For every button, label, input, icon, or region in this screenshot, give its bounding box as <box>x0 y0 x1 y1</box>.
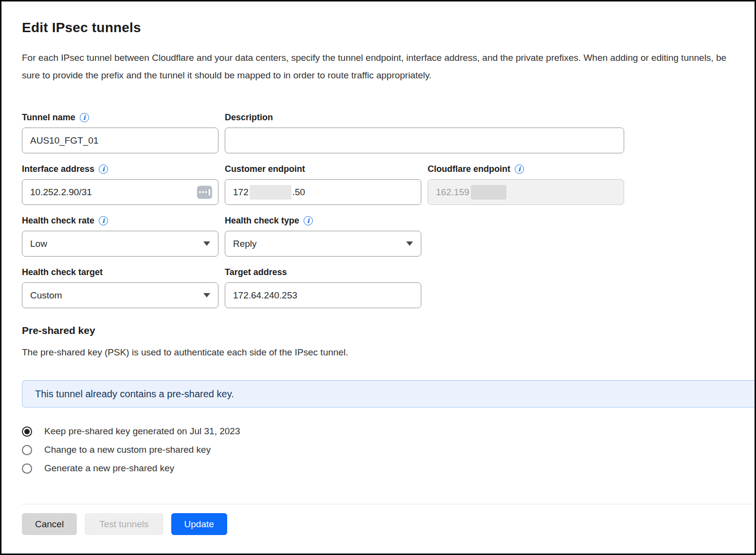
interface-address-input[interactable]: 10.252.2.90/31 <box>22 179 218 205</box>
health-check-type-value: Reply <box>233 239 257 249</box>
target-address-label: Target address <box>225 266 421 278</box>
info-icon[interactable]: i <box>304 216 313 225</box>
psk-option-keep[interactable]: Keep pre-shared key generated on Jul 31,… <box>22 422 755 441</box>
chevron-down-icon <box>203 241 210 246</box>
psk-option-label: Keep pre-shared key generated on Jul 31,… <box>44 426 240 437</box>
customer-endpoint-label-text: Customer endpoint <box>225 164 305 174</box>
description-field: Description <box>225 111 624 153</box>
health-check-target-select[interactable]: Custom <box>22 282 218 308</box>
edit-ipsec-tunnels-dialog: { "page": { "title": "Edit IPsec tunnels… <box>0 0 756 555</box>
interface-address-field: Interface address i 10.252.2.90/31 <box>22 163 218 205</box>
health-check-target-field: Health check target Custom <box>22 266 218 308</box>
health-check-target-label-text: Health check target <box>22 267 103 278</box>
chevron-down-icon <box>406 241 413 246</box>
target-address-field: Target address <box>225 266 421 308</box>
psk-info-banner-text: This tunnel already contains a pre-share… <box>35 388 234 400</box>
target-address-input[interactable] <box>225 282 421 308</box>
health-check-type-field: Health check type i Reply <box>225 215 421 257</box>
tunnel-name-label-text: Tunnel name <box>22 112 75 123</box>
customer-endpoint-label: Customer endpoint <box>225 163 421 175</box>
health-check-rate-select[interactable]: Low <box>22 231 218 257</box>
description-input[interactable] <box>225 128 624 153</box>
target-address-label-text: Target address <box>225 267 287 278</box>
health-check-target-value: Custom <box>30 290 62 301</box>
tunnel-name-input[interactable] <box>22 128 218 153</box>
psk-option-generate[interactable]: Generate a new pre-shared key <box>22 459 755 478</box>
cloudflare-endpoint-value-prefix: 162.159 <box>436 187 469 198</box>
info-icon[interactable]: i <box>80 113 89 122</box>
cloudflare-endpoint-field: Cloudflare endpoint i 162.159 <box>428 163 624 205</box>
interface-address-value: 10.252.2.90/31 <box>30 187 92 198</box>
update-button[interactable]: Update <box>171 513 227 535</box>
customer-endpoint-input[interactable]: 172 .50 <box>225 179 421 205</box>
psk-options: Keep pre-shared key generated on Jul 31,… <box>22 422 755 478</box>
psk-heading: Pre-shared key <box>22 325 734 336</box>
psk-description: The pre-shared key (PSK) is used to auth… <box>22 347 734 358</box>
cloudflare-endpoint-label: Cloudflare endpoint i <box>428 163 624 175</box>
info-icon[interactable]: i <box>99 216 108 225</box>
health-check-rate-field: Health check rate i Low <box>22 215 218 257</box>
customer-endpoint-field: Customer endpoint 172 .50 <box>225 163 421 205</box>
tunnel-form: Tunnel name i Description Interface addr… <box>22 111 734 308</box>
description-label: Description <box>225 111 624 123</box>
customer-endpoint-value-suffix: .50 <box>292 187 305 198</box>
cancel-button[interactable]: Cancel <box>22 513 77 535</box>
health-check-rate-label-text: Health check rate <box>22 216 94 226</box>
health-check-type-label-text: Health check type <box>225 216 299 226</box>
redaction-box <box>250 185 291 200</box>
redaction-box <box>471 185 506 200</box>
interface-address-label-text: Interface address <box>22 164 94 174</box>
cloudflare-endpoint-label-text: Cloudflare endpoint <box>428 164 510 174</box>
health-check-rate-label: Health check rate i <box>22 215 218 226</box>
info-icon[interactable]: i <box>515 165 524 174</box>
health-check-type-label: Health check type i <box>225 215 421 226</box>
health-check-rate-value: Low <box>30 239 47 249</box>
health-check-type-select[interactable]: Reply <box>225 231 421 257</box>
radio-unselected-icon[interactable] <box>22 445 32 455</box>
psk-option-custom[interactable]: Change to a new custom pre-shared key <box>22 441 755 459</box>
page-description: For each IPsec tunnel between Cloudflare… <box>22 49 734 84</box>
page-title: Edit IPsec tunnels <box>22 20 734 36</box>
interface-address-label: Interface address i <box>22 163 218 175</box>
test-tunnels-button[interactable]: Test tunnels <box>85 513 163 535</box>
footer-divider <box>22 504 755 504</box>
info-icon[interactable]: i <box>99 165 108 174</box>
radio-unselected-icon[interactable] <box>22 463 32 474</box>
psk-option-label: Generate a new pre-shared key <box>44 463 174 474</box>
health-check-target-label: Health check target <box>22 266 218 278</box>
description-label-text: Description <box>225 112 273 123</box>
radio-selected-icon[interactable] <box>22 426 32 437</box>
tunnel-name-field: Tunnel name i <box>22 111 218 153</box>
cloudflare-endpoint-input: 162.159 <box>428 179 624 205</box>
customer-endpoint-value-prefix: 172 <box>233 187 249 198</box>
footer-actions: Cancel Test tunnels Update <box>22 513 755 535</box>
psk-option-label: Change to a new custom pre-shared key <box>44 444 211 455</box>
psk-info-banner: This tunnel already contains a pre-share… <box>22 380 755 407</box>
chevron-down-icon <box>203 293 210 297</box>
tunnel-name-label: Tunnel name i <box>22 111 218 123</box>
text-suggestion-icon[interactable] <box>197 185 212 199</box>
